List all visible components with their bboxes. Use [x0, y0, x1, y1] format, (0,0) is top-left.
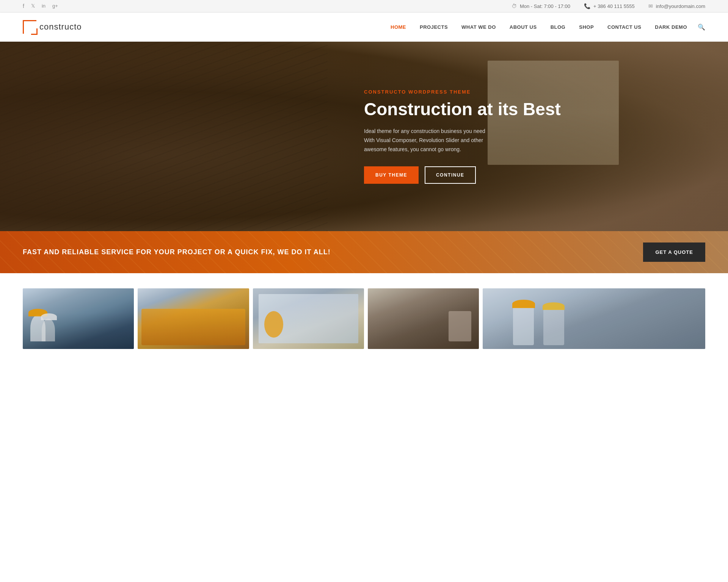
email-item: ✉ info@yourdomain.com: [648, 3, 705, 9]
phone-item: 📞 + 386 40 111 5555: [584, 3, 635, 9]
hero-section: CONSTRUCTO WORDPRESS THEME Construction …: [0, 42, 728, 231]
gallery-item[interactable]: [138, 288, 249, 349]
search-icon[interactable]: 🔍: [694, 23, 705, 31]
phone-icon: 📞: [584, 3, 590, 9]
gallery-item[interactable]: [23, 288, 134, 349]
continue-button[interactable]: CONTINUE: [425, 166, 476, 184]
googleplus-link[interactable]: g+: [52, 3, 58, 9]
nav-home[interactable]: HOME: [384, 21, 413, 33]
gallery-item[interactable]: [483, 288, 705, 349]
quote-banner-text: FAST AND RELIABLE SERVICE FOR YOUR PROJE…: [23, 248, 331, 256]
main-nav: HOME PROJECTS WHAT WE DO ABOUT US BLOG S…: [384, 21, 705, 33]
hero-subtitle: CONSTRUCTO WORDPRESS THEME: [364, 89, 561, 95]
logo-text: constructo: [39, 22, 82, 32]
facebook-link[interactable]: f: [23, 3, 24, 9]
get-a-quote-button[interactable]: GET A QUOTE: [643, 242, 705, 262]
nav-dark-demo[interactable]: DARK DEMO: [648, 21, 694, 33]
linkedin-link[interactable]: in: [42, 3, 46, 9]
nav-contact-us[interactable]: CONTACT US: [601, 21, 648, 33]
nav-what-we-do[interactable]: WHAT WE DO: [455, 21, 503, 33]
gallery-section: [0, 273, 728, 364]
hours-text: Mon - Sat: 7:00 - 17:00: [520, 3, 570, 9]
hero-buttons: BUY THEME CONTINUE: [364, 166, 561, 184]
hours-item: ⏱ Mon - Sat: 7:00 - 17:00: [511, 3, 570, 9]
social-links[interactable]: f 𝕏 in g+: [23, 3, 58, 9]
buy-theme-button[interactable]: BUY THEME: [364, 166, 419, 184]
hero-content: CONSTRUCTO WORDPRESS THEME Construction …: [364, 81, 561, 191]
logo[interactable]: constructo: [23, 20, 82, 34]
nav-projects[interactable]: PROJECTS: [413, 21, 455, 33]
clock-icon: ⏱: [511, 3, 517, 9]
email-icon: ✉: [648, 3, 653, 9]
logo-icon: [23, 20, 36, 34]
email-text: info@yourdomain.com: [656, 3, 705, 9]
site-header: constructo HOME PROJECTS WHAT WE DO ABOU…: [0, 13, 728, 42]
nav-blog[interactable]: BLOG: [544, 21, 573, 33]
hero-title: Construction at its Best: [364, 99, 561, 119]
twitter-link[interactable]: 𝕏: [31, 3, 35, 9]
nav-shop[interactable]: SHOP: [572, 21, 601, 33]
nav-about-us[interactable]: ABOUT US: [503, 21, 544, 33]
hero-description: Ideal theme for any construction busines…: [364, 127, 561, 154]
top-bar: f 𝕏 in g+ ⏱ Mon - Sat: 7:00 - 17:00 📞 + …: [0, 0, 728, 13]
quote-banner: FAST AND RELIABLE SERVICE FOR YOUR PROJE…: [0, 231, 728, 273]
phone-text: + 386 40 111 5555: [593, 3, 635, 9]
contact-info: ⏱ Mon - Sat: 7:00 - 17:00 📞 + 386 40 111…: [511, 3, 705, 9]
gallery-item[interactable]: [368, 288, 479, 349]
gallery-item[interactable]: [253, 288, 364, 349]
